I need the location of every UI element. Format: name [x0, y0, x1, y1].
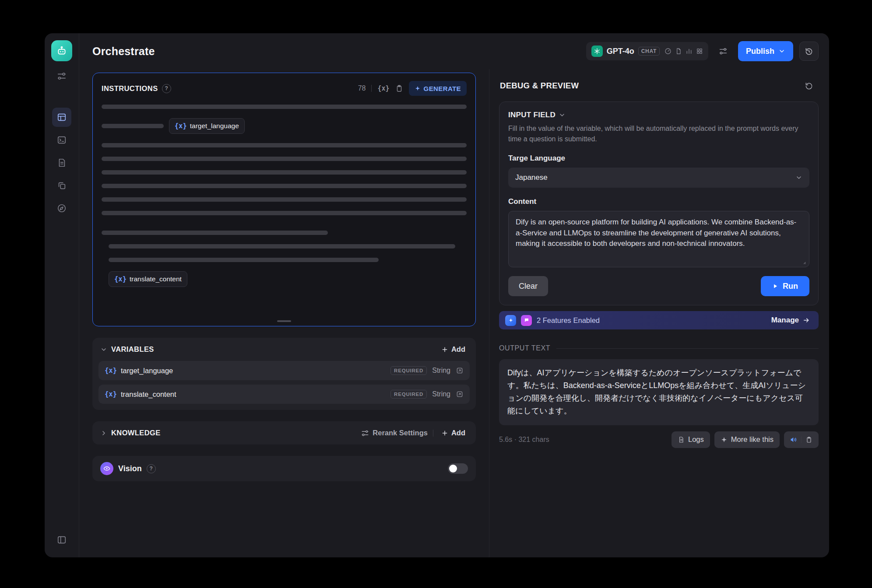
knowledge-title: KNOWLEDGE	[111, 429, 161, 437]
sliders-icon	[719, 47, 728, 56]
skeleton-line	[102, 124, 164, 128]
instructions-title: INSTRUCTIONS	[102, 84, 158, 93]
variable-name: target_language	[121, 367, 173, 375]
variable-icon[interactable]: {x}	[377, 84, 389, 92]
prompt-config-column: INSTRUCTIONS ? 78 {x}	[79, 69, 489, 557]
plus-icon	[441, 430, 448, 437]
resize-corner-icon[interactable]	[801, 259, 806, 265]
skeleton-line	[109, 258, 379, 262]
run-label: Run	[783, 282, 798, 291]
terminal-icon	[57, 135, 67, 145]
app-avatar[interactable]	[51, 40, 72, 61]
add-knowledge-button[interactable]: Add	[439, 428, 468, 438]
sidebar-item-logs[interactable]	[52, 153, 71, 172]
variable-row-target-language[interactable]: {x} target_language REQUIRED String	[98, 361, 470, 380]
text-to-speech-button[interactable]	[786, 431, 801, 448]
add-variable-button[interactable]: Add	[439, 345, 468, 354]
instructions-tools: 78 {x} GENERATE	[358, 81, 467, 96]
app-settings-button[interactable]	[52, 66, 71, 86]
variable-type: String	[432, 367, 450, 374]
vision-row: Vision ?	[92, 456, 476, 481]
sidebar-item-annotations[interactable]	[52, 176, 71, 195]
robot-icon	[56, 45, 67, 56]
skeleton-line	[109, 244, 455, 248]
panel-left-icon	[57, 535, 67, 545]
variable-chip-translate-content[interactable]: {x} translate_content	[109, 271, 187, 287]
topbar-actions: GPT-4o CHAT	[586, 41, 819, 61]
variable-list: {x} target_language REQUIRED String	[92, 361, 476, 410]
target-language-select[interactable]: Japanese	[508, 168, 809, 188]
edit-type-icon[interactable]	[456, 390, 464, 398]
model-mode-badge: CHAT	[638, 47, 660, 56]
output-title: OUTPUT TEXT	[499, 344, 550, 352]
plus-icon	[441, 346, 448, 353]
input-field-header[interactable]: INPUT FIELD	[508, 111, 809, 119]
sidebar-item-monitoring[interactable]	[52, 199, 71, 218]
model-parameters-button[interactable]	[714, 42, 732, 60]
output-header: OUTPUT TEXT	[499, 344, 819, 352]
variables-header[interactable]: VARIABLES Add	[92, 338, 476, 361]
variable-row-translate-content[interactable]: {x} translate_content REQUIRED String	[98, 385, 470, 404]
variable-token: {x}	[105, 367, 117, 374]
instructions-header: INSTRUCTIONS ? 78 {x}	[93, 73, 475, 101]
edit-type-icon[interactable]	[456, 367, 464, 374]
skeleton-line	[102, 184, 467, 188]
model-selector[interactable]: GPT-4o CHAT	[586, 42, 708, 60]
publish-button[interactable]: Publish	[738, 41, 793, 61]
output-text: Difyは、AIアプリケーションを構築するためのオープンソースプラットフォームで…	[499, 359, 819, 425]
output-meta-row: 5.6s · 321 chars Logs More like this	[499, 431, 819, 448]
help-icon[interactable]: ?	[147, 464, 156, 473]
help-icon[interactable]: ?	[162, 84, 171, 93]
audio-copy-group	[784, 431, 819, 448]
variables-panel: VARIABLES Add {x} target_language	[92, 338, 476, 410]
sidebar	[45, 33, 79, 557]
version-history-button[interactable]	[799, 42, 819, 61]
content: INSTRUCTIONS ? 78 {x}	[79, 69, 829, 557]
variables-title: VARIABLES	[111, 345, 154, 354]
more-like-this-button[interactable]: More like this	[714, 431, 780, 448]
variable-type: String	[432, 390, 450, 398]
input-field-title: INPUT FIELD	[508, 111, 556, 119]
prompt-editor[interactable]: {x} target_language	[93, 101, 475, 326]
logs-button[interactable]: Logs	[672, 431, 710, 448]
content-textarea-wrap: Dify is an open-source platform for buil…	[508, 211, 809, 267]
restart-button[interactable]	[800, 77, 818, 94]
content-textarea[interactable]: Dify is an open-source platform for buil…	[509, 211, 809, 267]
debug-preview-column: DEBUG & PREVIEW INPUT FIELD	[489, 69, 829, 557]
speaker-icon	[790, 436, 798, 444]
output-actions: Logs More like this	[672, 431, 819, 448]
rerank-settings-button[interactable]: Rerank Settings	[361, 429, 428, 437]
instructions-panel: INSTRUCTIONS ? 78 {x}	[92, 73, 476, 326]
sparkle-icon	[721, 436, 728, 443]
variable-chip-target-language[interactable]: {x} target_language	[169, 118, 245, 134]
clipboard-icon[interactable]	[395, 84, 403, 92]
copy-icon	[57, 181, 67, 190]
model-name: GPT-4o	[607, 47, 634, 56]
add-label: Add	[451, 429, 465, 437]
publish-label: Publish	[746, 47, 774, 56]
chevron-right-icon	[100, 430, 107, 437]
copy-output-button[interactable]	[802, 431, 816, 448]
features-bar: 2 Features Enabled Manage	[499, 311, 819, 329]
clear-button[interactable]: Clear	[508, 276, 548, 296]
skeleton-line	[102, 211, 467, 215]
variable-meta: REQUIRED String	[390, 366, 464, 375]
generate-button[interactable]: GENERATE	[409, 81, 467, 96]
knowledge-header[interactable]: KNOWLEDGE Rerank Settings	[92, 421, 476, 444]
logs-icon	[678, 436, 685, 443]
topbar: Orchestrate GPT-4o CHAT	[79, 33, 829, 69]
vision-toggle[interactable]	[448, 463, 468, 474]
logs-label: Logs	[688, 435, 704, 444]
manage-label: Manage	[771, 316, 799, 325]
manage-features-button[interactable]: Manage	[769, 315, 812, 325]
skeleton-row: {x} translate_content	[109, 271, 467, 287]
collapse-sidebar-button[interactable]	[52, 530, 71, 550]
knowledge-tools: Rerank Settings Add	[361, 428, 468, 438]
vision-icon	[100, 462, 113, 475]
feature-speech-icon	[521, 315, 532, 326]
resize-handle[interactable]	[277, 320, 291, 322]
sidebar-item-orchestrate[interactable]	[52, 108, 71, 127]
run-button[interactable]: Run	[761, 276, 809, 296]
page-title: Orchestrate	[92, 45, 155, 58]
sidebar-item-terminal[interactable]	[52, 130, 71, 150]
